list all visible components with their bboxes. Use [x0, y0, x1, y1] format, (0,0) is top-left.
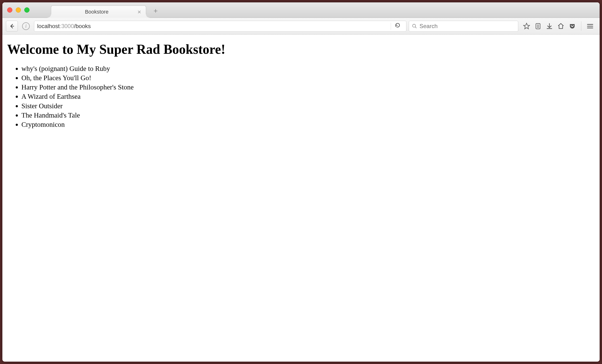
tab-bar: Bookstore × + — [51, 2, 160, 18]
url-port: :3000 — [60, 23, 74, 30]
back-button[interactable] — [6, 21, 18, 32]
bookmark-star-icon[interactable] — [523, 23, 530, 30]
tab-title: Bookstore — [56, 9, 138, 15]
search-icon — [412, 23, 417, 29]
list-item: Harry Potter and the Philosopher's Stone — [22, 83, 595, 92]
list-item: Oh, the Places You'll Go! — [22, 73, 595, 83]
hamburger-menu-icon[interactable] — [587, 23, 594, 30]
toolbar-divider — [581, 21, 581, 31]
pocket-icon[interactable] — [569, 23, 576, 30]
list-item: Sister Outsider — [22, 101, 595, 111]
page-content: Welcome to My Super Rad Bookstore! why's… — [2, 34, 600, 362]
downloads-icon[interactable] — [546, 23, 553, 30]
url-bar[interactable]: localhost:3000/books — [34, 21, 406, 32]
browser-window: Bookstore × + i localhost:3000/books — [2, 2, 600, 362]
book-list: why's (poignant) Guide to Ruby Oh, the P… — [22, 64, 595, 129]
traffic-lights — [7, 7, 30, 13]
browser-tab[interactable]: Bookstore × — [51, 5, 146, 18]
url-path: /books — [74, 23, 91, 30]
back-arrow-icon — [9, 23, 15, 29]
titlebar: Bookstore × + — [2, 2, 600, 18]
reading-list-icon[interactable] — [534, 23, 542, 30]
svg-point-1 — [413, 24, 416, 27]
url-separator — [391, 23, 391, 30]
close-tab-icon[interactable]: × — [138, 9, 141, 15]
list-item: A Wizard of Earthsea — [22, 92, 595, 101]
list-item: Cryptomonicon — [22, 120, 595, 129]
toolbar-icons — [521, 21, 596, 31]
reload-button[interactable] — [392, 22, 403, 30]
site-info-icon[interactable]: i — [22, 22, 30, 30]
reload-icon — [395, 22, 400, 28]
search-bar[interactable] — [409, 21, 518, 32]
close-window-button[interactable] — [7, 7, 12, 13]
new-tab-button[interactable]: + — [151, 6, 160, 16]
svg-line-2 — [415, 27, 417, 28]
toolbar: i localhost:3000/books — [2, 18, 600, 34]
maximize-window-button[interactable] — [24, 7, 30, 13]
minimize-window-button[interactable] — [16, 7, 21, 13]
home-icon[interactable] — [557, 23, 564, 30]
list-item: why's (poignant) Guide to Ruby — [22, 64, 595, 73]
list-item: The Handmaid's Tale — [22, 111, 595, 120]
url-host: localhost — [37, 23, 60, 30]
search-input[interactable] — [419, 23, 515, 30]
page-heading: Welcome to My Super Rad Bookstore! — [7, 42, 595, 57]
